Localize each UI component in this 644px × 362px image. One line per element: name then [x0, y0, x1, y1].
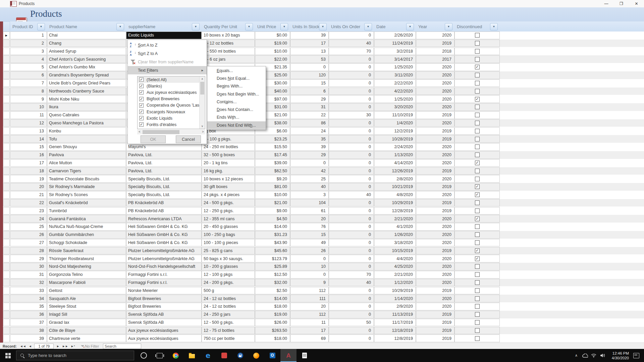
cell-disc[interactable]	[454, 143, 500, 151]
cell-stock[interactable]: 61	[290, 207, 329, 215]
cell-id[interactable]: 8	[10, 87, 47, 95]
cell-qty[interactable]: 12 - 75 cl bottles	[202, 327, 255, 335]
cell-order[interactable]: 0	[329, 167, 374, 175]
cell-disc[interactable]: ✓	[454, 215, 500, 223]
row-selector[interactable]	[3, 95, 10, 103]
cell-name[interactable]: Gumbär Gummibärchen	[47, 231, 126, 239]
cell-date[interactable]: 2/8/2020	[374, 175, 416, 183]
cell-name[interactable]: Sir Rodney's Scones	[47, 191, 126, 199]
cell-supplier[interactable]: Plutzer Lebensmittelgroßmärkte AG	[126, 255, 202, 262]
cell-id[interactable]: 6	[10, 71, 47, 79]
cell-price[interactable]: $25.89	[255, 263, 290, 270]
cell-qty[interactable]: 10 boxes x 20 bags	[202, 32, 255, 39]
cell-order[interactable]: 50	[329, 319, 374, 326]
cell-date[interactable]: 11/10/2019	[374, 111, 416, 119]
cell-year[interactable]: 2020	[416, 279, 454, 287]
scroll-up-icon[interactable]: ∧	[200, 76, 205, 81]
cell-year[interactable]: 2019	[416, 327, 454, 335]
cell-disc[interactable]: ✓	[454, 95, 500, 103]
cell-order[interactable]: 0	[329, 32, 374, 39]
cell-id[interactable]: 32	[10, 279, 47, 287]
cell-qty[interactable]: 24 - 250 ml bottles	[202, 143, 255, 151]
cell-id[interactable]: 5	[10, 63, 47, 71]
navigation-pane-collapsed[interactable]	[0, 21, 3, 343]
cell-price[interactable]: $23.25	[255, 135, 290, 143]
cell-id[interactable]: 10	[10, 103, 47, 111]
discontinued-checkbox[interactable]	[475, 81, 480, 85]
cell-year[interactable]: 2020	[416, 63, 454, 71]
cell-order[interactable]: 0	[329, 255, 374, 262]
cell-disc[interactable]	[454, 175, 500, 183]
cell-disc[interactable]	[454, 231, 500, 239]
column-header-date[interactable]: Date▼	[374, 21, 416, 32]
cell-id[interactable]: 12	[10, 119, 47, 127]
cell-name[interactable]: Tofu	[47, 135, 126, 143]
cell-name[interactable]: Chef Anton's Gumbo Mix	[47, 63, 126, 71]
cell-order[interactable]: 0	[329, 239, 374, 247]
cell-date[interactable]: 4/25/2020	[374, 263, 416, 270]
cell-stock[interactable]: 104	[290, 199, 329, 207]
column-filter-arrow-icon[interactable]: ▼	[445, 23, 452, 31]
checkbox-checked-icon[interactable]: ✓	[139, 122, 144, 127]
cell-name[interactable]: Queso Manchego La Pastora	[47, 119, 126, 127]
cell-date[interactable]: 12/26/2019	[374, 167, 416, 175]
row-selector[interactable]	[3, 215, 10, 223]
cell-disc[interactable]: ✓	[454, 63, 500, 71]
cell-id[interactable]: 11	[10, 111, 47, 119]
cell-id[interactable]: 22	[10, 199, 47, 207]
cell-year[interactable]: 2020	[416, 271, 454, 279]
cancel-button[interactable]: Cancel	[176, 135, 201, 143]
cell-name[interactable]: Carnarvon Tigers	[47, 167, 126, 175]
cell-date[interactable]: 10/29/2019	[374, 199, 416, 207]
checkbox-checked-icon[interactable]: ✓	[139, 103, 144, 108]
cell-qty[interactable]: 30 gift boxes	[202, 183, 255, 191]
cell-id[interactable]: 4	[10, 55, 47, 63]
cell-supplier[interactable]: Pavlova, Ltd.	[126, 159, 202, 167]
column-header-unit-price[interactable]: Unit Price▼	[255, 21, 290, 32]
row-selector[interactable]	[3, 111, 10, 119]
cell-qty[interactable]: 0 - 100 g pkgs.	[202, 135, 255, 143]
cell-supplier[interactable]: Formaggi Fortini s.r.l.	[126, 271, 202, 279]
cell-name[interactable]: Alice Mutton	[47, 159, 126, 167]
cell-order[interactable]: 0	[329, 143, 374, 151]
cell-disc[interactable]	[454, 167, 500, 175]
cell-year[interactable]: 2019	[416, 287, 454, 295]
restore-button[interactable]: ❐	[614, 0, 629, 7]
cell-id[interactable]: 1	[10, 32, 47, 39]
cell-date[interactable]: 11/24/2019	[374, 40, 416, 47]
cell-year[interactable]: 2020	[416, 71, 454, 79]
cell-price[interactable]: $43.90	[255, 239, 290, 247]
cell-stock[interactable]: 9	[290, 279, 329, 287]
cell-order[interactable]: 0	[329, 175, 374, 183]
cell-disc[interactable]	[454, 71, 500, 79]
cell-stock[interactable]: 111	[290, 295, 329, 302]
row-selector[interactable]	[3, 207, 10, 215]
cell-disc[interactable]	[454, 151, 500, 159]
column-header-year[interactable]: Year▼	[416, 21, 454, 32]
cell-order[interactable]: 40	[329, 40, 374, 47]
cell-supplier[interactable]: Specialty Biscuits, Ltd.	[126, 183, 202, 191]
cell-supplier[interactable]: Exotic Liquids	[126, 32, 202, 39]
cell-qty[interactable]: 20 - 1 kg tins	[202, 159, 255, 167]
cell-name[interactable]: Geitost	[47, 287, 126, 295]
column-header-units-in-stock[interactable]: Units In Stock▼	[290, 21, 329, 32]
cell-year[interactable]: 2020	[416, 263, 454, 270]
cell-qty[interactable]: 24 - 12 oz bottles	[202, 295, 255, 302]
cell-price[interactable]: $81.00	[255, 183, 290, 191]
cell-supplier[interactable]: Heli Süßwaren GmbH & Co. KG	[126, 231, 202, 239]
cell-id[interactable]: 26	[10, 231, 47, 239]
cell-year[interactable]: 2019	[416, 247, 454, 255]
cell-year[interactable]: 2019	[416, 167, 454, 175]
cell-year[interactable]: 2020	[416, 79, 454, 87]
cell-date[interactable]: 11/13/2019	[374, 311, 416, 318]
cell-date[interactable]: 2/21/2020	[374, 271, 416, 279]
cell-disc[interactable]	[454, 135, 500, 143]
scroll-down-icon[interactable]: ∨	[200, 124, 205, 129]
cell-date[interactable]: 11/17/2019	[374, 319, 416, 326]
cell-order[interactable]: 30	[329, 111, 374, 119]
cell-date[interactable]: 3/14/2017	[374, 55, 416, 63]
cell-name[interactable]: Pavlova	[47, 151, 126, 159]
cell-id[interactable]: 9	[10, 95, 47, 103]
cell-name[interactable]: Gravad lax	[47, 319, 126, 326]
cell-stock[interactable]: 29	[290, 95, 329, 103]
